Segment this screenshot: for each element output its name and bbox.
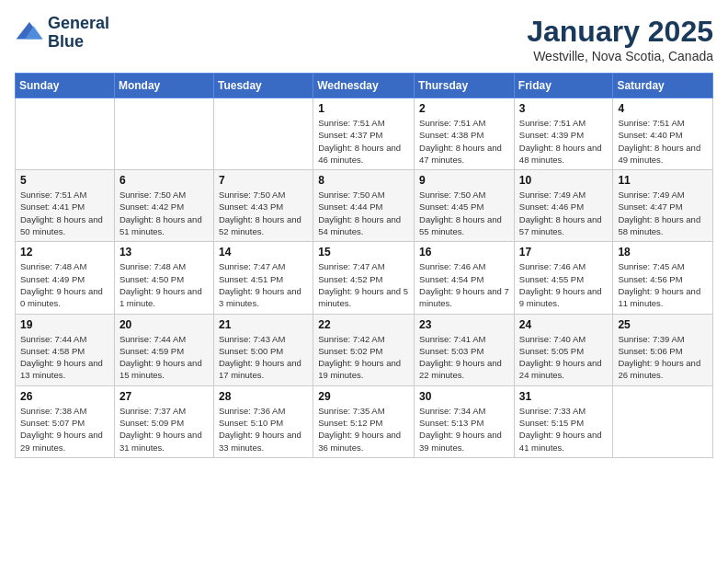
- calendar-cell: 4Sunrise: 7:51 AM Sunset: 4:40 PM Daylig…: [613, 98, 713, 170]
- calendar-cell: 18Sunrise: 7:45 AM Sunset: 4:56 PM Dayli…: [613, 242, 713, 314]
- calendar-header: SundayMondayTuesdayWednesdayThursdayFrid…: [16, 74, 713, 98]
- location-subtitle: Westville, Nova Scotia, Canada: [527, 49, 713, 63]
- calendar-cell: 22Sunrise: 7:42 AM Sunset: 5:02 PM Dayli…: [313, 314, 415, 385]
- weekday-header-friday: Friday: [514, 74, 613, 98]
- cell-content: Sunrise: 7:51 AM Sunset: 4:41 PM Dayligh…: [20, 189, 109, 237]
- calendar-week-4: 19Sunrise: 7:44 AM Sunset: 4:58 PM Dayli…: [16, 314, 713, 385]
- day-number: 15: [318, 246, 409, 259]
- cell-content: Sunrise: 7:36 AM Sunset: 5:10 PM Dayligh…: [219, 405, 308, 454]
- calendar-cell: 24Sunrise: 7:40 AM Sunset: 5:05 PM Dayli…: [514, 314, 613, 385]
- cell-content: Sunrise: 7:51 AM Sunset: 4:40 PM Dayligh…: [618, 117, 708, 166]
- calendar-cell: 1Sunrise: 7:51 AM Sunset: 4:37 PM Daylig…: [313, 98, 415, 170]
- calendar-cell: 12Sunrise: 7:48 AM Sunset: 4:49 PM Dayli…: [16, 242, 115, 314]
- weekday-row: SundayMondayTuesdayWednesdayThursdayFrid…: [16, 74, 713, 98]
- cell-content: Sunrise: 7:42 AM Sunset: 5:02 PM Dayligh…: [318, 333, 409, 382]
- cell-content: Sunrise: 7:44 AM Sunset: 4:59 PM Dayligh…: [119, 333, 209, 382]
- calendar-cell: 6Sunrise: 7:50 AM Sunset: 4:42 PM Daylig…: [114, 170, 213, 242]
- calendar-cell: [213, 98, 313, 170]
- cell-content: Sunrise: 7:49 AM Sunset: 4:46 PM Dayligh…: [519, 189, 609, 237]
- day-number: 7: [219, 174, 308, 187]
- page-header: General Blue January 2025 Westville, Nov…: [15, 15, 713, 63]
- cell-content: Sunrise: 7:39 AM Sunset: 5:06 PM Dayligh…: [618, 333, 708, 382]
- cell-content: Sunrise: 7:46 AM Sunset: 4:54 PM Dayligh…: [419, 260, 509, 309]
- calendar-cell: 25Sunrise: 7:39 AM Sunset: 5:06 PM Dayli…: [613, 314, 713, 385]
- day-number: 8: [318, 174, 409, 187]
- calendar-cell: 14Sunrise: 7:47 AM Sunset: 4:51 PM Dayli…: [213, 242, 313, 314]
- weekday-header-wednesday: Wednesday: [313, 74, 415, 98]
- day-number: 29: [318, 390, 409, 403]
- title-area: January 2025 Westville, Nova Scotia, Can…: [527, 15, 713, 63]
- cell-content: Sunrise: 7:37 AM Sunset: 5:09 PM Dayligh…: [119, 405, 209, 454]
- day-number: 17: [519, 246, 609, 259]
- calendar-cell: 26Sunrise: 7:38 AM Sunset: 5:07 PM Dayli…: [16, 385, 115, 457]
- day-number: 1: [318, 102, 409, 115]
- calendar-cell: 19Sunrise: 7:44 AM Sunset: 4:58 PM Dayli…: [16, 314, 115, 385]
- weekday-header-thursday: Thursday: [415, 74, 515, 98]
- day-number: 5: [20, 174, 109, 187]
- day-number: 10: [519, 174, 609, 187]
- day-number: 3: [519, 102, 609, 115]
- day-number: 21: [219, 318, 308, 331]
- weekday-header-saturday: Saturday: [613, 74, 713, 98]
- cell-content: Sunrise: 7:51 AM Sunset: 4:39 PM Dayligh…: [519, 117, 609, 166]
- cell-content: Sunrise: 7:45 AM Sunset: 4:56 PM Dayligh…: [618, 260, 708, 309]
- calendar-cell: 21Sunrise: 7:43 AM Sunset: 5:00 PM Dayli…: [213, 314, 313, 385]
- cell-content: Sunrise: 7:50 AM Sunset: 4:42 PM Dayligh…: [119, 189, 209, 237]
- day-number: 13: [119, 246, 209, 259]
- calendar-table: SundayMondayTuesdayWednesdayThursdayFrid…: [15, 73, 713, 458]
- day-number: 24: [519, 318, 609, 331]
- calendar-cell: 3Sunrise: 7:51 AM Sunset: 4:39 PM Daylig…: [514, 98, 613, 170]
- calendar-week-2: 5Sunrise: 7:51 AM Sunset: 4:41 PM Daylig…: [16, 170, 713, 242]
- day-number: 25: [618, 318, 708, 331]
- cell-content: Sunrise: 7:48 AM Sunset: 4:50 PM Dayligh…: [119, 260, 209, 309]
- day-number: 14: [219, 246, 308, 259]
- cell-content: Sunrise: 7:50 AM Sunset: 4:43 PM Dayligh…: [219, 189, 308, 237]
- calendar-week-3: 12Sunrise: 7:48 AM Sunset: 4:49 PM Dayli…: [16, 242, 713, 314]
- day-number: 28: [219, 390, 308, 403]
- cell-content: Sunrise: 7:47 AM Sunset: 4:52 PM Dayligh…: [318, 260, 409, 309]
- calendar-cell: 30Sunrise: 7:34 AM Sunset: 5:13 PM Dayli…: [415, 385, 515, 457]
- calendar-cell: 20Sunrise: 7:44 AM Sunset: 4:59 PM Dayli…: [114, 314, 213, 385]
- logo-icon: [15, 18, 44, 48]
- day-number: 30: [419, 390, 509, 403]
- cell-content: Sunrise: 7:41 AM Sunset: 5:03 PM Dayligh…: [419, 333, 509, 382]
- calendar-cell: 8Sunrise: 7:50 AM Sunset: 4:44 PM Daylig…: [313, 170, 415, 242]
- weekday-header-tuesday: Tuesday: [213, 74, 313, 98]
- day-number: 22: [318, 318, 409, 331]
- calendar-body: 1Sunrise: 7:51 AM Sunset: 4:37 PM Daylig…: [16, 98, 713, 458]
- cell-content: Sunrise: 7:33 AM Sunset: 5:15 PM Dayligh…: [519, 405, 609, 454]
- cell-content: Sunrise: 7:46 AM Sunset: 4:55 PM Dayligh…: [519, 260, 609, 309]
- calendar-cell: 16Sunrise: 7:46 AM Sunset: 4:54 PM Dayli…: [415, 242, 515, 314]
- cell-content: Sunrise: 7:51 AM Sunset: 4:37 PM Dayligh…: [318, 117, 409, 166]
- calendar-week-5: 26Sunrise: 7:38 AM Sunset: 5:07 PM Dayli…: [16, 385, 713, 457]
- logo-text: General Blue: [48, 15, 109, 52]
- day-number: 26: [20, 390, 109, 403]
- calendar-cell: 10Sunrise: 7:49 AM Sunset: 4:46 PM Dayli…: [514, 170, 613, 242]
- calendar-cell: 5Sunrise: 7:51 AM Sunset: 4:41 PM Daylig…: [16, 170, 115, 242]
- day-number: 18: [618, 246, 708, 259]
- cell-content: Sunrise: 7:34 AM Sunset: 5:13 PM Dayligh…: [419, 405, 509, 454]
- calendar-cell: 23Sunrise: 7:41 AM Sunset: 5:03 PM Dayli…: [415, 314, 515, 385]
- cell-content: Sunrise: 7:40 AM Sunset: 5:05 PM Dayligh…: [519, 333, 609, 382]
- cell-content: Sunrise: 7:47 AM Sunset: 4:51 PM Dayligh…: [219, 260, 308, 309]
- cell-content: Sunrise: 7:38 AM Sunset: 5:07 PM Dayligh…: [20, 405, 109, 454]
- month-title: January 2025: [527, 15, 713, 49]
- calendar-cell: [114, 98, 213, 170]
- cell-content: Sunrise: 7:35 AM Sunset: 5:12 PM Dayligh…: [318, 405, 409, 454]
- calendar-cell: 11Sunrise: 7:49 AM Sunset: 4:47 PM Dayli…: [613, 170, 713, 242]
- day-number: 23: [419, 318, 509, 331]
- weekday-header-sunday: Sunday: [16, 74, 115, 98]
- calendar-cell: 27Sunrise: 7:37 AM Sunset: 5:09 PM Dayli…: [114, 385, 213, 457]
- day-number: 16: [419, 246, 509, 259]
- day-number: 19: [20, 318, 109, 331]
- cell-content: Sunrise: 7:50 AM Sunset: 4:45 PM Dayligh…: [419, 189, 509, 237]
- day-number: 20: [119, 318, 209, 331]
- calendar-cell: 9Sunrise: 7:50 AM Sunset: 4:45 PM Daylig…: [415, 170, 515, 242]
- calendar-week-1: 1Sunrise: 7:51 AM Sunset: 4:37 PM Daylig…: [16, 98, 713, 170]
- day-number: 11: [618, 174, 708, 187]
- day-number: 31: [519, 390, 609, 403]
- calendar-cell: 28Sunrise: 7:36 AM Sunset: 5:10 PM Dayli…: [213, 385, 313, 457]
- calendar-cell: 2Sunrise: 7:51 AM Sunset: 4:38 PM Daylig…: [415, 98, 515, 170]
- day-number: 2: [419, 102, 509, 115]
- calendar-cell: [613, 385, 713, 457]
